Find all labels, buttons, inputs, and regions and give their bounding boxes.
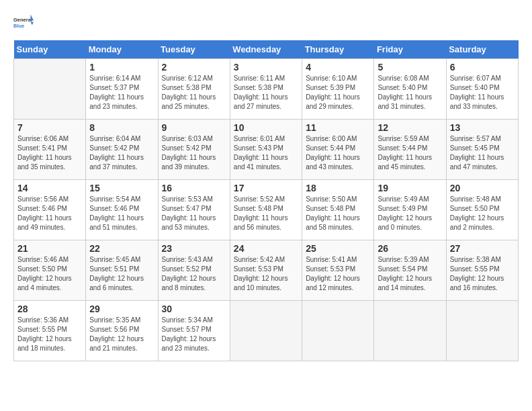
- day-info: Sunrise: 5:36 AM Sunset: 5:55 PM Dayligh…: [17, 316, 82, 353]
- day-number: 22: [89, 243, 154, 254]
- day-info: Sunrise: 6:14 AM Sunset: 5:37 PM Dayligh…: [89, 74, 154, 111]
- calendar-cell: [374, 301, 446, 361]
- day-number: 10: [234, 122, 298, 133]
- day-info: Sunrise: 5:53 AM Sunset: 5:47 PM Dayligh…: [162, 195, 226, 232]
- calendar-cell: 30Sunrise: 5:34 AM Sunset: 5:57 PM Dayli…: [158, 301, 230, 361]
- day-number: 19: [378, 183, 442, 193]
- day-info: Sunrise: 6:00 AM Sunset: 5:44 PM Dayligh…: [306, 134, 370, 172]
- day-info: Sunrise: 6:07 AM Sunset: 5:40 PM Dayligh…: [450, 74, 515, 111]
- calendar-cell: 19Sunrise: 5:49 AM Sunset: 5:49 PM Dayli…: [374, 180, 446, 240]
- calendar-cell: [302, 301, 374, 361]
- day-number: 27: [450, 243, 515, 254]
- day-info: Sunrise: 5:52 AM Sunset: 5:48 PM Dayligh…: [234, 195, 298, 232]
- calendar-cell: [230, 301, 302, 361]
- calendar-cell: 22Sunrise: 5:45 AM Sunset: 5:51 PM Dayli…: [86, 240, 158, 301]
- svg-text:Blue: Blue: [13, 23, 24, 29]
- calendar-cell: 2Sunrise: 6:12 AM Sunset: 5:38 PM Daylig…: [158, 59, 230, 120]
- calendar-cell: 21Sunrise: 5:46 AM Sunset: 5:50 PM Dayli…: [14, 240, 86, 301]
- day-info: Sunrise: 6:03 AM Sunset: 5:42 PM Dayligh…: [162, 134, 226, 172]
- day-number: 25: [306, 243, 370, 254]
- logo: General Blue: [13, 13, 36, 34]
- day-number: 30: [162, 304, 226, 314]
- day-number: 28: [17, 304, 82, 314]
- day-number: 4: [306, 62, 370, 73]
- calendar-cell: 18Sunrise: 5:50 AM Sunset: 5:48 PM Dayli…: [302, 180, 374, 240]
- day-info: Sunrise: 5:34 AM Sunset: 5:57 PM Dayligh…: [162, 316, 226, 353]
- calendar-cell: 1Sunrise: 6:14 AM Sunset: 5:37 PM Daylig…: [86, 59, 158, 120]
- day-number: 26: [378, 243, 442, 254]
- page-header: General Blue: [13, 13, 519, 34]
- day-info: Sunrise: 6:08 AM Sunset: 5:40 PM Dayligh…: [378, 74, 442, 111]
- day-info: Sunrise: 5:59 AM Sunset: 5:44 PM Dayligh…: [378, 134, 442, 172]
- calendar-cell: 4Sunrise: 6:10 AM Sunset: 5:39 PM Daylig…: [302, 59, 374, 120]
- day-info: Sunrise: 5:42 AM Sunset: 5:53 PM Dayligh…: [234, 255, 298, 293]
- calendar-cell: 6Sunrise: 6:07 AM Sunset: 5:40 PM Daylig…: [446, 59, 518, 120]
- calendar-cell: 10Sunrise: 6:01 AM Sunset: 5:43 PM Dayli…: [230, 120, 302, 180]
- calendar-cell: [446, 301, 518, 361]
- calendar-cell: 25Sunrise: 5:41 AM Sunset: 5:53 PM Dayli…: [302, 240, 374, 301]
- day-info: Sunrise: 5:50 AM Sunset: 5:48 PM Dayligh…: [306, 195, 370, 232]
- day-info: Sunrise: 6:06 AM Sunset: 5:41 PM Dayligh…: [17, 134, 82, 172]
- day-header-wednesday: Wednesday: [230, 40, 302, 59]
- day-info: Sunrise: 6:01 AM Sunset: 5:43 PM Dayligh…: [234, 134, 298, 172]
- day-number: 15: [89, 183, 154, 193]
- day-number: 18: [306, 183, 370, 193]
- day-info: Sunrise: 5:45 AM Sunset: 5:51 PM Dayligh…: [89, 255, 154, 293]
- day-info: Sunrise: 5:39 AM Sunset: 5:54 PM Dayligh…: [378, 255, 442, 293]
- calendar-cell: 26Sunrise: 5:39 AM Sunset: 5:54 PM Dayli…: [374, 240, 446, 301]
- day-info: Sunrise: 5:38 AM Sunset: 5:55 PM Dayligh…: [450, 255, 515, 293]
- calendar-cell: 9Sunrise: 6:03 AM Sunset: 5:42 PM Daylig…: [158, 120, 230, 180]
- day-number: 7: [17, 122, 82, 133]
- calendar-cell: 17Sunrise: 5:52 AM Sunset: 5:48 PM Dayli…: [230, 180, 302, 240]
- calendar-cell: 29Sunrise: 5:35 AM Sunset: 5:56 PM Dayli…: [86, 301, 158, 361]
- day-header-thursday: Thursday: [302, 40, 374, 59]
- calendar-week-row: 21Sunrise: 5:46 AM Sunset: 5:50 PM Dayli…: [14, 240, 519, 301]
- calendar-table: SundayMondayTuesdayWednesdayThursdayFrid…: [13, 40, 519, 361]
- day-info: Sunrise: 5:54 AM Sunset: 5:46 PM Dayligh…: [89, 195, 154, 232]
- calendar-cell: [14, 59, 86, 120]
- calendar-cell: 15Sunrise: 5:54 AM Sunset: 5:46 PM Dayli…: [86, 180, 158, 240]
- day-info: Sunrise: 6:12 AM Sunset: 5:38 PM Dayligh…: [162, 74, 226, 111]
- day-header-saturday: Saturday: [446, 40, 518, 59]
- day-number: 3: [234, 62, 298, 73]
- day-number: 20: [450, 183, 515, 193]
- calendar-week-row: 7Sunrise: 6:06 AM Sunset: 5:41 PM Daylig…: [14, 120, 519, 180]
- day-header-tuesday: Tuesday: [158, 40, 230, 59]
- day-number: 24: [234, 243, 298, 254]
- day-info: Sunrise: 5:49 AM Sunset: 5:49 PM Dayligh…: [378, 195, 442, 232]
- calendar-cell: 14Sunrise: 5:56 AM Sunset: 5:46 PM Dayli…: [14, 180, 86, 240]
- day-number: 13: [450, 122, 515, 133]
- calendar-week-row: 1Sunrise: 6:14 AM Sunset: 5:37 PM Daylig…: [14, 59, 519, 120]
- day-number: 1: [89, 62, 154, 73]
- calendar-cell: 3Sunrise: 6:11 AM Sunset: 5:38 PM Daylig…: [230, 59, 302, 120]
- day-info: Sunrise: 5:48 AM Sunset: 5:50 PM Dayligh…: [450, 195, 515, 232]
- logo-icon: General Blue: [13, 13, 34, 34]
- calendar-cell: 8Sunrise: 6:04 AM Sunset: 5:42 PM Daylig…: [86, 120, 158, 180]
- calendar-cell: 28Sunrise: 5:36 AM Sunset: 5:55 PM Dayli…: [14, 301, 86, 361]
- day-header-monday: Monday: [86, 40, 158, 59]
- day-number: 9: [162, 122, 226, 133]
- calendar-week-row: 28Sunrise: 5:36 AM Sunset: 5:55 PM Dayli…: [14, 301, 519, 361]
- day-number: 17: [234, 183, 298, 193]
- calendar-cell: 16Sunrise: 5:53 AM Sunset: 5:47 PM Dayli…: [158, 180, 230, 240]
- day-number: 14: [17, 183, 82, 193]
- day-info: Sunrise: 5:56 AM Sunset: 5:46 PM Dayligh…: [17, 195, 82, 232]
- calendar-cell: 11Sunrise: 6:00 AM Sunset: 5:44 PM Dayli…: [302, 120, 374, 180]
- day-header-friday: Friday: [374, 40, 446, 59]
- day-info: Sunrise: 5:35 AM Sunset: 5:56 PM Dayligh…: [89, 316, 154, 353]
- day-number: 21: [17, 243, 82, 254]
- day-info: Sunrise: 6:11 AM Sunset: 5:38 PM Dayligh…: [234, 74, 298, 111]
- day-info: Sunrise: 5:57 AM Sunset: 5:45 PM Dayligh…: [450, 134, 515, 172]
- calendar-cell: 24Sunrise: 5:42 AM Sunset: 5:53 PM Dayli…: [230, 240, 302, 301]
- day-number: 23: [162, 243, 226, 254]
- day-info: Sunrise: 5:41 AM Sunset: 5:53 PM Dayligh…: [306, 255, 370, 293]
- calendar-cell: 13Sunrise: 5:57 AM Sunset: 5:45 PM Dayli…: [446, 120, 518, 180]
- calendar-cell: 27Sunrise: 5:38 AM Sunset: 5:55 PM Dayli…: [446, 240, 518, 301]
- calendar-cell: 23Sunrise: 5:43 AM Sunset: 5:52 PM Dayli…: [158, 240, 230, 301]
- day-number: 12: [378, 122, 442, 133]
- calendar-cell: 7Sunrise: 6:06 AM Sunset: 5:41 PM Daylig…: [14, 120, 86, 180]
- calendar-cell: 12Sunrise: 5:59 AM Sunset: 5:44 PM Dayli…: [374, 120, 446, 180]
- day-info: Sunrise: 6:04 AM Sunset: 5:42 PM Dayligh…: [89, 134, 154, 172]
- day-info: Sunrise: 6:10 AM Sunset: 5:39 PM Dayligh…: [306, 74, 370, 111]
- day-number: 8: [89, 122, 154, 133]
